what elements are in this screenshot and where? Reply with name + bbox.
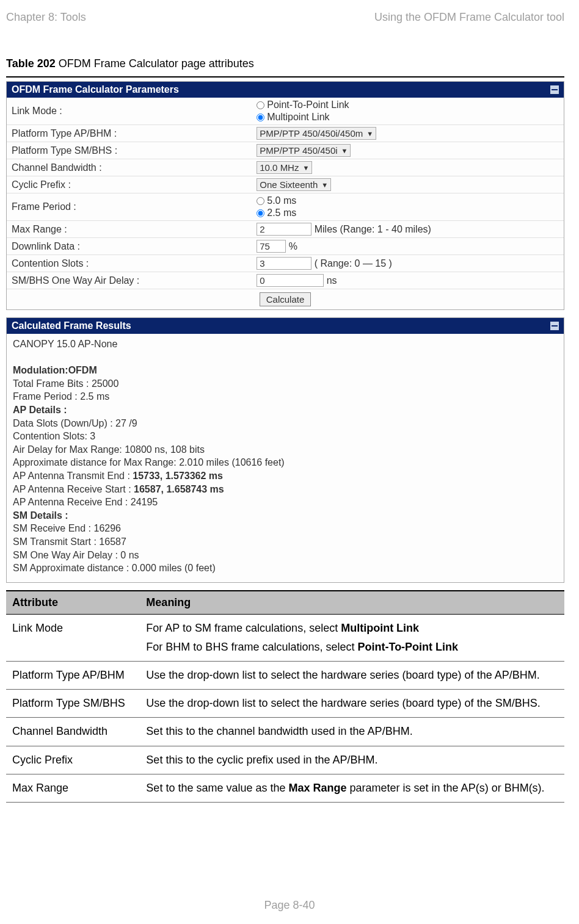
meaning-cell: Use the drop-down list to select the har… xyxy=(140,690,564,718)
attributes-table: Attribute Meaning Link ModeFor AP to SM … xyxy=(6,590,564,803)
params-panel-title: OFDM Frame Calculator Parameters xyxy=(12,84,179,95)
channel-bandwidth-label: Channel Bandwidth : xyxy=(7,159,252,176)
cyclic-prefix-value: One Sixteenth xyxy=(260,179,318,190)
downlink-data-units: % xyxy=(289,241,297,251)
link-mode-mp-option[interactable]: Multipoint Link xyxy=(257,112,559,123)
calculate-button[interactable]: Calculate xyxy=(260,292,311,306)
table-row: Platform Type SM/BHSUse the drop-down li… xyxy=(6,690,564,718)
channel-bandwidth-select[interactable]: 10.0 MHz▼ xyxy=(257,161,312,174)
table-row: Platform Type AP/BHMUse the drop-down li… xyxy=(6,662,564,690)
max-range-units: Miles (Range: 1 - 40 miles) xyxy=(315,224,431,234)
results-air-delay-max: Air Delay for Max Range: 10800 ns, 108 b… xyxy=(13,443,558,457)
chevron-down-icon: ▼ xyxy=(302,164,309,171)
air-delay-units: ns xyxy=(327,275,337,286)
downlink-data-input[interactable]: 75 xyxy=(257,240,286,253)
platform-ap-select[interactable]: PMP/PTP 450/450i/450m▼ xyxy=(257,127,376,140)
page-footer: Page 8-40 xyxy=(0,899,579,912)
results-canopy-line: CANOPY 15.0 AP-None xyxy=(13,337,558,351)
results-ap-rx-end: AP Antenna Receive End : 24195 xyxy=(13,496,558,509)
meaning-cell: For AP to SM frame calculations, select … xyxy=(140,614,564,661)
link-mode-ptp-option[interactable]: Point-To-Point Link xyxy=(257,99,559,110)
table-row: Cyclic PrefixSet this to the cyclic pref… xyxy=(6,746,564,774)
platform-ap-value: PMP/PTP 450/450i/450m xyxy=(260,128,363,139)
frame-period-25ms-text: 2.5 ms xyxy=(267,208,296,218)
cyclic-prefix-select[interactable]: One Sixteenth▼ xyxy=(257,178,331,191)
results-ap-rx-start-pre: AP Antenna Receive Start : xyxy=(13,484,134,494)
results-data-slots: Data Slots (Down/Up) : 27 /9 xyxy=(13,417,558,430)
results-sm-rx-end: SM Receive End : 16296 xyxy=(13,522,558,535)
results-sm-details-label: SM Details : xyxy=(13,510,68,521)
table-title: OFDM Frame Calculator page attributes xyxy=(56,57,254,70)
results-body: CANOPY 15.0 AP-None Modulation:OFDM Tota… xyxy=(7,334,564,582)
results-modulation: Modulation:OFDM xyxy=(13,365,97,375)
results-contention-slots: Contention Slots: 3 xyxy=(13,430,558,443)
attr-cell: Cyclic Prefix xyxy=(6,746,140,774)
results-ap-details-label: AP Details : xyxy=(13,405,67,415)
meaning-cell: Use the drop-down list to select the har… xyxy=(140,662,564,690)
header-right: Using the OFDM Frame Calculator tool xyxy=(374,11,564,24)
max-range-label: Max Range : xyxy=(7,221,252,238)
results-approx-distance: Approximate distance for Max Range: 2.01… xyxy=(13,456,558,469)
meaning-cell: Set to the same value as the Max Range p… xyxy=(140,774,564,802)
platform-sm-label: Platform Type SM/BHS : xyxy=(7,142,252,159)
frame-period-5ms-option[interactable]: 5.0 ms xyxy=(257,195,559,206)
chevron-down-icon: ▼ xyxy=(341,147,348,154)
params-form: Link Mode : Point-To-Point Link Multipoi… xyxy=(7,98,564,309)
platform-sm-value: PMP/PTP 450/450i xyxy=(260,145,337,156)
platform-ap-label: Platform Type AP/BHM : xyxy=(7,125,252,142)
results-ap-rx-start-val: 16587, 1.658743 ms xyxy=(134,484,224,494)
chevron-down-icon: ▼ xyxy=(366,130,373,137)
attr-cell: Max Range xyxy=(6,774,140,802)
attr-header-attribute: Attribute xyxy=(6,591,140,615)
frame-period-25ms-radio[interactable] xyxy=(257,209,264,217)
attr-cell: Platform Type AP/BHM xyxy=(6,662,140,690)
results-sm-approx-distance: SM Approximate distance : 0.000 miles (0… xyxy=(13,561,558,575)
link-mode-mp-text: Multipoint Link xyxy=(267,112,329,123)
max-range-input[interactable]: 2 xyxy=(257,223,311,236)
attr-header-meaning: Meaning xyxy=(140,591,564,615)
results-ap-tx-end-val: 15733, 1.573362 ms xyxy=(133,471,223,481)
results-total-frame-bits: Total Frame Bits : 25000 xyxy=(13,377,558,391)
attr-cell: Channel Bandwidth xyxy=(6,718,140,746)
link-mode-mp-radio[interactable] xyxy=(257,114,264,121)
top-rule xyxy=(6,76,564,78)
frame-period-5ms-radio[interactable] xyxy=(257,197,264,205)
meaning-cell: Set this to the cyclic prefix used in th… xyxy=(140,746,564,774)
params-panel: OFDM Frame Calculator Parameters Link Mo… xyxy=(6,81,564,310)
results-panel-title-bar: Calculated Frame Results xyxy=(7,318,564,334)
collapse-icon[interactable] xyxy=(550,322,559,330)
table-row: Link ModeFor AP to SM frame calculations… xyxy=(6,614,564,661)
results-panel-title: Calculated Frame Results xyxy=(12,320,131,331)
meaning-cell: Set this to the channel bandwidth used i… xyxy=(140,718,564,746)
frame-period-25ms-option[interactable]: 2.5 ms xyxy=(257,208,559,218)
link-mode-label: Link Mode : xyxy=(7,98,252,125)
attr-cell: Platform Type SM/BHS xyxy=(6,690,140,718)
collapse-icon[interactable] xyxy=(550,85,559,94)
attr-cell: Link Mode xyxy=(6,614,140,661)
results-panel: Calculated Frame Results CANOPY 15.0 AP-… xyxy=(6,317,564,583)
air-delay-input[interactable]: 0 xyxy=(257,274,324,287)
downlink-data-label: Downlink Data : xyxy=(7,238,252,255)
contention-slots-units: ( Range: 0 — 15 ) xyxy=(315,258,392,269)
contention-slots-input[interactable]: 3 xyxy=(257,257,311,270)
frame-period-5ms-text: 5.0 ms xyxy=(267,195,296,206)
params-panel-title-bar: OFDM Frame Calculator Parameters xyxy=(7,82,564,98)
results-ap-tx-end-pre: AP Antenna Transmit End : xyxy=(13,471,133,481)
table-number: Table 202 xyxy=(6,57,56,70)
results-frame-period: Frame Period : 2.5 ms xyxy=(13,390,558,403)
platform-sm-select[interactable]: PMP/PTP 450/450i▼ xyxy=(257,144,351,157)
header-left: Chapter 8: Tools xyxy=(6,11,86,24)
frame-period-label: Frame Period : xyxy=(7,193,252,221)
results-sm-tx-start: SM Transmit Start : 16587 xyxy=(13,535,558,549)
link-mode-ptp-text: Point-To-Point Link xyxy=(267,99,349,110)
link-mode-ptp-radio[interactable] xyxy=(257,101,264,109)
table-caption: Table 202 OFDM Frame Calculator page att… xyxy=(6,57,564,70)
cyclic-prefix-label: Cyclic Prefix : xyxy=(7,176,252,193)
chevron-down-icon: ▼ xyxy=(321,181,328,189)
air-delay-label: SM/BHS One Way Air Delay : xyxy=(7,272,252,289)
table-row: Channel BandwidthSet this to the channel… xyxy=(6,718,564,746)
results-sm-air-delay: SM One Way Air Delay : 0 ns xyxy=(13,549,558,562)
channel-bandwidth-value: 10.0 MHz xyxy=(260,162,299,173)
table-row: Max RangeSet to the same value as the Ma… xyxy=(6,774,564,802)
contention-slots-label: Contention Slots : xyxy=(7,255,252,272)
